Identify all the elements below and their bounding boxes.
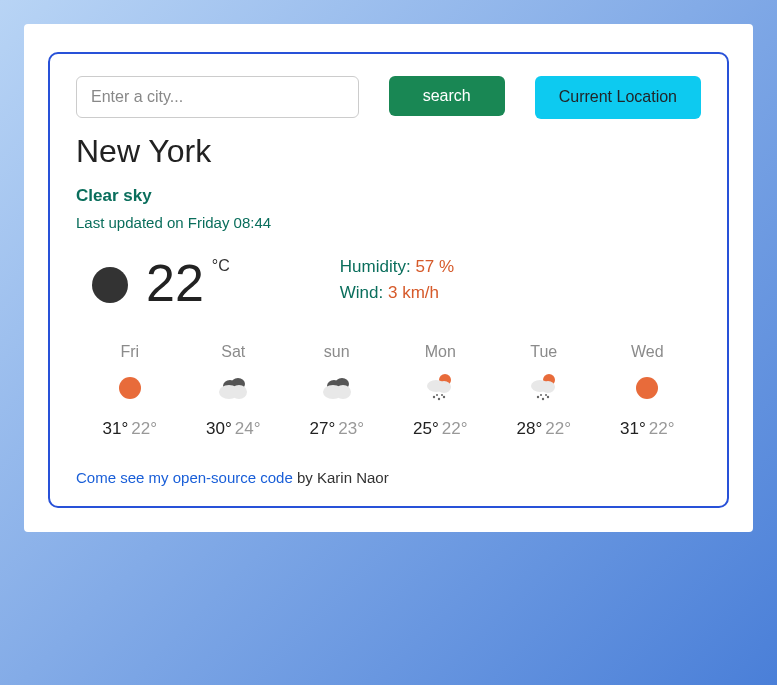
- forecast-day: Tue28°22°: [494, 343, 594, 439]
- day-lo: 22°: [442, 419, 468, 438]
- humidity-value: 57 %: [415, 257, 454, 276]
- day-icon: [391, 373, 491, 403]
- day-name: sun: [287, 343, 387, 361]
- day-temps: 31°22°: [80, 419, 180, 439]
- day-icon: [598, 373, 698, 403]
- day-icon: [80, 373, 180, 403]
- weather-stats: Humidity: 57 % Wind: 3 km/h: [340, 257, 454, 309]
- current-main: 22 °C: [92, 257, 230, 309]
- forecast-day: Wed31°22°: [598, 343, 698, 439]
- day-hi: 27°: [310, 419, 336, 438]
- forecast-row: Fri31°22°Sat30°24°sun27°23°Mon25°22°Tue2…: [76, 343, 701, 439]
- wind-label: Wind:: [340, 283, 383, 302]
- day-name: Mon: [391, 343, 491, 361]
- current-weather-icon: [92, 267, 128, 303]
- humidity-line: Humidity: 57 %: [340, 257, 454, 277]
- svg-point-11: [433, 396, 435, 398]
- day-name: Tue: [494, 343, 594, 361]
- day-temps: 27°23°: [287, 419, 387, 439]
- forecast-day: Sat30°24°: [184, 343, 284, 439]
- search-button[interactable]: search: [389, 76, 505, 116]
- cloud-icon: [216, 376, 250, 400]
- svg-point-21: [547, 396, 549, 398]
- day-lo: 22°: [649, 419, 675, 438]
- day-icon: [184, 373, 284, 403]
- temp-unit: °C: [212, 257, 230, 275]
- sun-icon: [636, 377, 658, 399]
- footer: Come see my open-source code by Karin Na…: [76, 469, 701, 486]
- city-input[interactable]: [76, 76, 359, 118]
- day-icon: [494, 373, 594, 403]
- city-name: New York: [76, 133, 701, 170]
- day-name: Fri: [80, 343, 180, 361]
- day-lo: 23°: [338, 419, 364, 438]
- svg-point-15: [441, 394, 443, 396]
- day-hi: 25°: [413, 419, 439, 438]
- svg-point-14: [436, 394, 438, 396]
- last-updated: Last updated on Friday 08:44: [76, 214, 701, 231]
- rain-sun-icon: [425, 373, 455, 403]
- day-temps: 25°22°: [391, 419, 491, 439]
- cloud-icon: [320, 376, 354, 400]
- day-lo: 22°: [545, 419, 571, 438]
- svg-point-3: [231, 385, 247, 399]
- current-weather: 22 °C Humidity: 57 % Wind: 3 km/h: [92, 257, 701, 309]
- day-lo: 22°: [131, 419, 157, 438]
- day-name: Wed: [598, 343, 698, 361]
- search-row: search Current Location: [76, 76, 701, 119]
- source-code-link[interactable]: Come see my open-source code: [76, 469, 293, 486]
- day-icon: [287, 373, 387, 403]
- current-location-button[interactable]: Current Location: [535, 76, 701, 119]
- forecast-day: Fri31°22°: [80, 343, 180, 439]
- weather-app: search Current Location New York Clear s…: [24, 24, 753, 532]
- svg-point-10: [437, 381, 451, 393]
- sun-icon: [119, 377, 141, 399]
- day-name: Sat: [184, 343, 284, 361]
- svg-point-7: [335, 385, 351, 399]
- current-temp: 22 °C: [146, 257, 230, 309]
- day-hi: 30°: [206, 419, 232, 438]
- day-hi: 31°: [620, 419, 646, 438]
- svg-point-18: [541, 381, 555, 393]
- forecast-day: Mon25°22°: [391, 343, 491, 439]
- humidity-label: Humidity:: [340, 257, 411, 276]
- day-temps: 30°24°: [184, 419, 284, 439]
- weather-card: search Current Location New York Clear s…: [48, 52, 729, 508]
- forecast-day: sun27°23°: [287, 343, 387, 439]
- svg-point-19: [537, 396, 539, 398]
- wind-line: Wind: 3 km/h: [340, 283, 454, 303]
- rain-sun-icon: [529, 373, 559, 403]
- day-hi: 31°: [103, 419, 129, 438]
- day-temps: 31°22°: [598, 419, 698, 439]
- updated-prefix: Last updated on: [76, 214, 188, 231]
- svg-point-23: [545, 394, 547, 396]
- svg-point-22: [540, 394, 542, 396]
- day-temps: 28°22°: [494, 419, 594, 439]
- footer-author: by Karin Naor: [293, 469, 389, 486]
- svg-point-13: [443, 396, 445, 398]
- wind-value: 3 km/h: [388, 283, 439, 302]
- updated-time: Friday 08:44: [188, 214, 271, 231]
- day-lo: 24°: [235, 419, 261, 438]
- temp-value: 22: [146, 257, 204, 309]
- svg-point-20: [542, 398, 544, 400]
- svg-point-12: [438, 398, 440, 400]
- condition-text: Clear sky: [76, 186, 701, 206]
- day-hi: 28°: [517, 419, 543, 438]
